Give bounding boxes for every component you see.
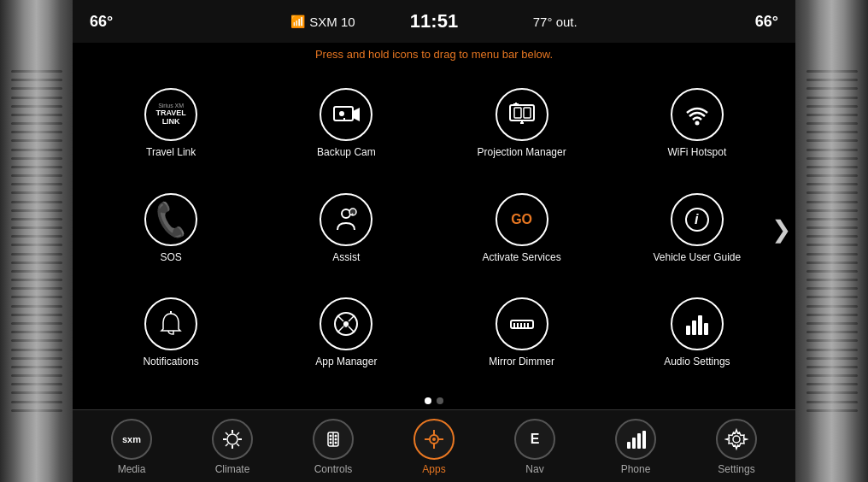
settings-nav-circle bbox=[716, 419, 757, 460]
sos-phone-icon: 📞 bbox=[150, 198, 193, 241]
pagination-dot-1 bbox=[425, 397, 431, 404]
status-bar: 66° 📶 SXM 10 11:51 77° out. 66° bbox=[73, 0, 795, 43]
svg-rect-24 bbox=[698, 315, 702, 335]
svg-point-41 bbox=[330, 442, 332, 444]
backup-cam-label: Backup Cam bbox=[317, 146, 376, 160]
svg-point-37 bbox=[330, 435, 332, 438]
nav-item-media[interactable]: sxm Media bbox=[102, 419, 161, 475]
instruction-bar: Press and hold icons to drag to menu bar… bbox=[73, 43, 795, 65]
travel-link-icon[interactable]: Sirius XM TRAVEL LINK Travel Link bbox=[85, 73, 256, 174]
assist-icon[interactable]: + Assist bbox=[261, 179, 431, 279]
mirror-dimmer-icon[interactable]: Mirror Dimmer bbox=[437, 283, 607, 384]
radio-station: SXM 10 bbox=[309, 15, 355, 29]
nav-item-apps[interactable]: Apps bbox=[404, 419, 464, 475]
svg-point-42 bbox=[335, 442, 337, 444]
clock: 11:51 bbox=[410, 10, 458, 32]
svg-line-31 bbox=[226, 432, 228, 435]
svg-point-2 bbox=[339, 111, 344, 116]
svg-line-33 bbox=[237, 432, 239, 435]
phone-nav-circle bbox=[615, 419, 656, 460]
svg-point-53 bbox=[733, 436, 740, 443]
phone-bars-icon bbox=[624, 427, 648, 451]
nav-nav-label: Nav bbox=[525, 463, 543, 475]
apps-nav-circle bbox=[413, 419, 455, 460]
svg-rect-50 bbox=[632, 438, 636, 449]
nav-item-phone[interactable]: Phone bbox=[606, 419, 666, 475]
icons-grid: Sirius XM TRAVEL LINK Travel Link bbox=[73, 65, 795, 392]
apps-icon bbox=[422, 427, 446, 451]
nav-bar: sxm Media Climate bbox=[73, 409, 795, 482]
pagination-dot-2 bbox=[437, 397, 443, 404]
go-badge: GO bbox=[511, 212, 532, 227]
projection-manager-icon[interactable]: Projection Manager bbox=[437, 73, 607, 174]
climate-nav-label: Climate bbox=[215, 463, 250, 475]
svg-line-32 bbox=[237, 444, 239, 446]
media-nav-label: Media bbox=[118, 463, 146, 475]
nav-nav-circle: E bbox=[514, 419, 555, 460]
nav-item-settings[interactable]: Settings bbox=[707, 419, 766, 475]
right-bezel bbox=[795, 0, 868, 482]
notifications-label: Notifications bbox=[143, 356, 198, 369]
sxm-icon: sxm bbox=[122, 434, 141, 444]
travel-link-label: Travel Link bbox=[146, 146, 196, 160]
nav-item-climate[interactable]: Climate bbox=[202, 419, 262, 475]
nav-item-nav[interactable]: E Nav bbox=[505, 419, 565, 475]
instruction-text: Press and hold icons to drag to menu bar… bbox=[315, 48, 553, 61]
media-nav-circle: sxm bbox=[111, 419, 152, 460]
audio-settings-label: Audio Settings bbox=[664, 356, 730, 369]
svg-text:+: + bbox=[351, 210, 355, 215]
outside-temp: 77° out. bbox=[533, 15, 578, 29]
apps-nav-label: Apps bbox=[422, 463, 445, 475]
svg-point-26 bbox=[227, 434, 238, 444]
wifi-hotspot-label: WiFi Hotspot bbox=[668, 146, 727, 160]
temp-left: 66° bbox=[90, 13, 113, 31]
controls-nav-circle bbox=[313, 419, 354, 460]
vehicle-user-guide-icon[interactable]: i Vehicle User Guide bbox=[612, 179, 783, 279]
mirror-dimmer-label: Mirror Dimmer bbox=[489, 356, 554, 369]
assist-label: Assist bbox=[332, 251, 360, 265]
audio-settings-icon[interactable]: Audio Settings bbox=[612, 283, 783, 384]
temp-right: 66° bbox=[755, 13, 778, 31]
svg-rect-23 bbox=[692, 320, 696, 335]
left-bezel bbox=[0, 0, 73, 482]
main-screen: 66° 📶 SXM 10 11:51 77° out. 66° Press an… bbox=[73, 0, 795, 482]
next-page-chevron[interactable]: ❯ bbox=[771, 215, 791, 243]
climate-nav-circle bbox=[212, 419, 253, 460]
phone-nav-label: Phone bbox=[621, 463, 651, 475]
svg-rect-22 bbox=[686, 326, 690, 335]
settings-gear-icon bbox=[724, 427, 748, 451]
svg-text:i: i bbox=[695, 212, 699, 226]
activate-services-label: Activate Services bbox=[483, 251, 561, 265]
projection-manager-label: Projection Manager bbox=[478, 146, 566, 160]
wifi-hotspot-icon[interactable]: WiFi Hotspot bbox=[612, 73, 783, 174]
svg-point-40 bbox=[335, 438, 337, 441]
svg-point-38 bbox=[335, 435, 337, 438]
svg-line-34 bbox=[226, 444, 228, 446]
svg-marker-1 bbox=[353, 108, 360, 121]
app-manager-label: App Manager bbox=[315, 356, 377, 369]
controls-icon bbox=[321, 427, 345, 451]
svg-rect-4 bbox=[514, 108, 521, 118]
backup-cam-icon[interactable]: Backup Cam bbox=[261, 73, 431, 174]
radio-wave-icon: 📶 bbox=[290, 15, 305, 28]
nav-item-controls[interactable]: Controls bbox=[303, 419, 363, 475]
app-manager-icon[interactable]: ⏱ App Manager bbox=[261, 283, 431, 384]
vehicle-user-guide-label: Vehicle User Guide bbox=[654, 251, 742, 265]
activate-services-icon[interactable]: GO Activate Services bbox=[437, 179, 607, 279]
sos-icon[interactable]: 📞 SOS bbox=[85, 179, 256, 279]
svg-point-39 bbox=[330, 438, 332, 441]
svg-text:⏱: ⏱ bbox=[343, 321, 349, 329]
svg-rect-49 bbox=[627, 442, 630, 449]
sos-label: SOS bbox=[160, 251, 181, 265]
notifications-icon[interactable]: Notifications bbox=[85, 283, 256, 384]
controls-nav-label: Controls bbox=[314, 463, 353, 475]
svg-point-6 bbox=[695, 121, 699, 126]
svg-rect-52 bbox=[642, 431, 646, 449]
svg-point-48 bbox=[432, 438, 436, 441]
nav-e-icon: E bbox=[531, 432, 540, 447]
svg-rect-25 bbox=[704, 323, 708, 335]
climate-icon bbox=[220, 427, 244, 451]
svg-rect-51 bbox=[637, 433, 641, 449]
pagination-dots bbox=[73, 392, 795, 409]
settings-nav-label: Settings bbox=[718, 463, 754, 475]
